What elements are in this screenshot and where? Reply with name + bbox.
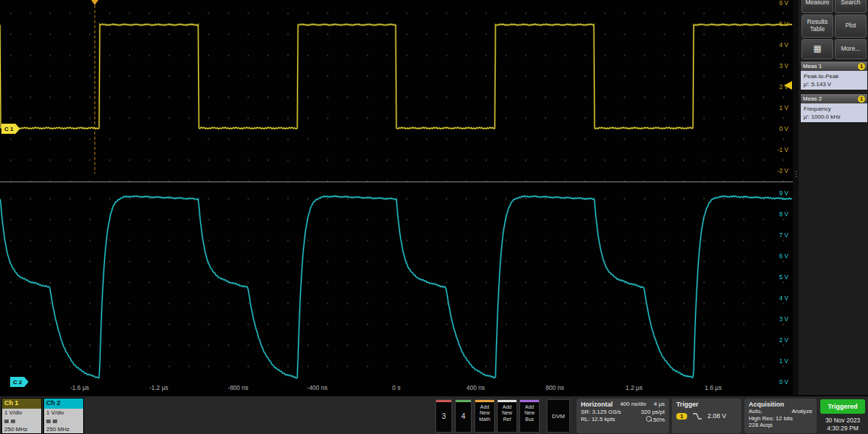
measure-button[interactable]: Measure [801,0,833,13]
y-tick-label: 7 V [779,231,788,239]
coupling-icon [46,420,51,423]
plot-button-label: Plot [846,22,856,30]
plot-button[interactable]: Plot [835,14,867,38]
ch2-badge-title: Ch 2 [44,399,83,409]
ch2-badge[interactable]: Ch 2 1 V/div 250 MHz [43,398,84,434]
ch4-button[interactable]: 4 [455,399,472,433]
bus-color-strip [520,400,539,402]
y-tick-label: -2 V [777,167,788,174]
meas2-title: Meas 2 [803,95,822,102]
search-button-label: Search [841,0,861,7]
horizontal-scale: 400 ns/div [620,401,646,409]
ch2-waveform [0,196,792,378]
ch1-badge-title: Ch 1 [2,399,41,409]
meas2-body: Frequency µ′: 1000.0 kHz [801,103,867,122]
x-tick-label: -400 ns [300,384,335,391]
ref-color-strip [498,400,516,402]
datetime-display: 30 Nov 2023 4:30:29 PM [820,417,865,433]
ch2-scale: 1 V/div [46,409,81,416]
x-tick-label: 1.6 µs [696,384,731,391]
y-tick-label: -1 V [777,146,788,153]
coupling-icon [4,420,9,423]
x-tick-label: -1.6 µs [62,384,97,391]
y-tick-label: 8 V [779,210,788,218]
acquisition-title: Acquisition [749,401,812,408]
trigger-status-button[interactable]: Triggered [820,399,865,414]
acquisition-analyze: Analyze [792,408,812,414]
panel-splitter[interactable]: ⋮ [793,0,799,395]
dvm-button[interactable]: DVM [547,399,570,433]
meas1-body: Peak-to-Peak µ′: 5.143 V [801,71,867,90]
add-new-bus-button[interactable]: Add New Bus [519,399,540,433]
add-new-math-button[interactable]: Add New Math [475,399,495,433]
acquisition-mode: Auto, [749,408,762,414]
x-tick-label: 0 s [379,384,414,391]
trigger-position-marker-icon[interactable] [91,0,98,5]
y-tick-label: 5 V [779,273,788,281]
trigger-level-arrow-icon[interactable] [784,81,792,90]
x-tick-label: -1.2 µs [142,384,176,391]
y-tick-label: 4 V [779,294,788,302]
horizontal-badge[interactable]: Horizontal 400 ns/div 4 µs SR: 3.125 GS/… [576,399,669,433]
ch4-color-strip [456,400,471,402]
meas2-source-badge: 1 [858,95,865,103]
horizontal-record-length: RL: 12.5 kpts [581,416,615,424]
drag-handle-icon[interactable]: ⋮ [793,171,799,178]
ch3-button[interactable]: 3 [435,399,452,433]
add-new-bus-label: Add New Bus [524,404,535,422]
ch1-icons [4,420,39,423]
search-button[interactable]: Search [835,0,867,13]
ch1-badge-body: 1 V/div 250 MHz [2,409,41,433]
acquisition-detail: High Res: 12 bits [749,415,812,422]
ch4-button-label: 4 [461,412,466,420]
y-tick-label: 1 V [779,104,788,111]
trigger-title: Trigger [676,401,737,409]
horizontal-title: Horizontal [581,401,613,409]
trigger-badge[interactable]: Trigger 1 2.08 V [672,399,741,433]
x-tick-label: 400 ns [459,384,493,391]
x-tick-label: -800 ns [221,384,255,391]
trigger-level-value: 2.08 V [707,412,726,420]
ch3-button-label: 3 [442,412,446,420]
y-tick-label: 5 V [779,20,788,27]
acquisition-badge[interactable]: Acquisition Auto, Analyze High Res: 12 b… [744,399,817,433]
ch2-bandwidth: 250 MHz [46,426,81,433]
add-new-ref-button[interactable]: Add New Ref [497,399,517,433]
meas2-value: µ′: 1000.0 kHz [804,113,864,121]
settings-bar: Ch 1 1 V/div 250 MHz Ch 2 1 V/div 250 MH… [0,395,868,434]
ch1-bandwidth: 250 MHz [4,426,39,433]
results-table-button[interactable]: Results Table [801,14,833,38]
horizontal-position-value: 50% [653,417,665,423]
y-tick-label: 0 V [779,125,788,132]
ch2-waveform-glow [0,196,792,378]
results-sidebar: Measure Search Results Table Plot ▦ More… [799,0,868,395]
y-tick-label: 9 V [779,190,788,197]
results-grid-button[interactable]: ▦ [801,39,833,59]
meas2-badge[interactable]: Meas 2 1 Frequency µ′: 1000.0 kHz [800,93,868,123]
acquisition-count: 228 Acqs [749,422,812,428]
more-button-label: More... [841,46,860,53]
date-label: 30 Nov 2023 [820,417,865,425]
math-color-strip [475,400,494,402]
y-tick-label: 4 V [779,41,788,48]
time-label: 4:30:29 PM [820,425,865,433]
meas1-source-badge: 1 [858,63,865,70]
bandwidth-icon [11,420,15,423]
waveform-svg [0,0,793,395]
ch3-color-strip [436,400,451,402]
ch1-badge[interactable]: Ch 1 1 V/div 250 MHz [1,398,42,434]
waveform-display[interactable]: -1.6 µs-1.2 µs-800 ns-400 ns0 s400 ns800… [0,0,793,395]
horizontal-span: 4 µs [654,401,665,409]
ch2-marker-label: C 2 [13,379,22,386]
ch1-waveform [0,24,792,129]
add-new-ref-label: Add New Ref [502,404,512,422]
horizontal-position: 50% [646,416,665,424]
y-tick-label: 0 V [779,378,788,386]
more-button[interactable]: More... [835,39,867,59]
y-tick-label: 3 V [779,315,788,323]
ch1-marker-label: C 1 [4,126,13,132]
ch2-badge-body: 1 V/div 250 MHz [44,409,83,433]
oscilloscope-app: -1.6 µs-1.2 µs-800 ns-400 ns0 s400 ns800… [0,0,868,434]
meas1-badge[interactable]: Meas 1 1 Peak-to-Peak µ′: 5.143 V [800,61,868,90]
dvm-button-label: DVM [552,413,565,420]
